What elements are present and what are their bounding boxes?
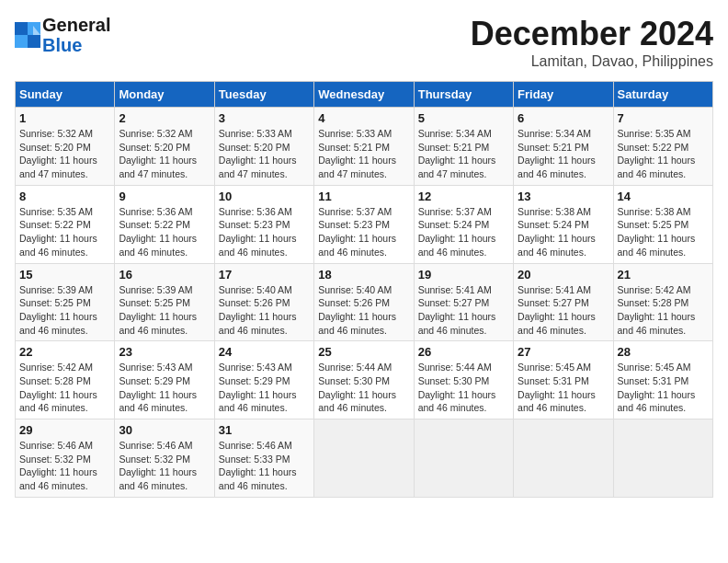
page-header: General Blue December 2024 Lamitan, Dava… xyxy=(15,15,713,70)
calendar-week-row: 8Sunrise: 5:35 AM Sunset: 5:22 PM Daylig… xyxy=(16,185,713,263)
day-number: 2 xyxy=(119,111,210,125)
day-number: 26 xyxy=(418,345,509,359)
day-number: 12 xyxy=(418,190,509,203)
day-number: 27 xyxy=(518,345,609,359)
day-info: Sunrise: 5:37 AM Sunset: 5:24 PM Dayligh… xyxy=(418,205,509,259)
title-block: December 2024 Lamitan, Davao, Philippine… xyxy=(471,15,713,70)
day-info: Sunrise: 5:42 AM Sunset: 5:28 PM Dayligh… xyxy=(19,361,110,415)
day-number: 1 xyxy=(19,111,110,125)
calendar-day-cell xyxy=(314,419,414,498)
calendar-day-cell: 23Sunrise: 5:43 AM Sunset: 5:29 PM Dayli… xyxy=(115,341,214,419)
day-info: Sunrise: 5:33 AM Sunset: 5:21 PM Dayligh… xyxy=(318,127,409,181)
calendar-week-row: 15Sunrise: 5:39 AM Sunset: 5:25 PM Dayli… xyxy=(16,263,713,341)
calendar-day-cell: 12Sunrise: 5:37 AM Sunset: 5:24 PM Dayli… xyxy=(414,185,513,263)
calendar-day-cell: 6Sunrise: 5:34 AM Sunset: 5:21 PM Daylig… xyxy=(514,108,613,186)
day-number: 13 xyxy=(518,190,609,203)
day-number: 9 xyxy=(119,190,210,203)
calendar-day-cell: 5Sunrise: 5:34 AM Sunset: 5:21 PM Daylig… xyxy=(414,108,513,186)
calendar-day-cell: 7Sunrise: 5:35 AM Sunset: 5:22 PM Daylig… xyxy=(613,108,712,186)
calendar-day-cell: 17Sunrise: 5:40 AM Sunset: 5:26 PM Dayli… xyxy=(214,263,313,341)
day-number: 14 xyxy=(618,190,709,203)
logo-icon xyxy=(15,22,40,48)
svg-rect-3 xyxy=(28,35,40,48)
calendar-day-cell xyxy=(414,419,513,498)
calendar-day-cell: 8Sunrise: 5:35 AM Sunset: 5:22 PM Daylig… xyxy=(16,185,115,263)
day-info: Sunrise: 5:46 AM Sunset: 5:32 PM Dayligh… xyxy=(19,439,110,493)
day-number: 30 xyxy=(119,423,210,437)
logo-text-general: General xyxy=(42,15,110,35)
weekday-header: Wednesday xyxy=(314,82,414,108)
day-info: Sunrise: 5:34 AM Sunset: 5:21 PM Dayligh… xyxy=(418,127,509,181)
day-number: 23 xyxy=(119,345,210,359)
svg-rect-0 xyxy=(15,22,28,35)
month-title: December 2024 xyxy=(471,15,713,53)
calendar-day-cell: 16Sunrise: 5:39 AM Sunset: 5:25 PM Dayli… xyxy=(115,263,214,341)
day-info: Sunrise: 5:33 AM Sunset: 5:20 PM Dayligh… xyxy=(219,127,310,181)
day-info: Sunrise: 5:43 AM Sunset: 5:29 PM Dayligh… xyxy=(119,361,210,415)
day-info: Sunrise: 5:36 AM Sunset: 5:23 PM Dayligh… xyxy=(219,205,310,259)
weekday-header: Saturday xyxy=(613,82,712,108)
day-number: 18 xyxy=(318,268,409,282)
day-number: 4 xyxy=(318,111,409,125)
calendar-day-cell: 18Sunrise: 5:40 AM Sunset: 5:26 PM Dayli… xyxy=(314,263,414,341)
day-number: 28 xyxy=(618,345,709,359)
day-number: 11 xyxy=(318,190,409,203)
day-info: Sunrise: 5:38 AM Sunset: 5:25 PM Dayligh… xyxy=(618,205,709,259)
day-number: 6 xyxy=(518,111,609,125)
day-info: Sunrise: 5:32 AM Sunset: 5:20 PM Dayligh… xyxy=(19,127,110,181)
day-info: Sunrise: 5:41 AM Sunset: 5:27 PM Dayligh… xyxy=(418,283,509,338)
day-info: Sunrise: 5:34 AM Sunset: 5:21 PM Dayligh… xyxy=(518,127,609,181)
calendar-day-cell: 31Sunrise: 5:46 AM Sunset: 5:33 PM Dayli… xyxy=(214,419,313,498)
calendar-day-cell: 20Sunrise: 5:41 AM Sunset: 5:27 PM Dayli… xyxy=(514,263,613,341)
calendar-day-cell xyxy=(613,419,712,498)
day-info: Sunrise: 5:35 AM Sunset: 5:22 PM Dayligh… xyxy=(618,127,709,181)
day-number: 19 xyxy=(418,268,509,282)
day-info: Sunrise: 5:46 AM Sunset: 5:32 PM Dayligh… xyxy=(119,439,210,493)
calendar-week-row: 22Sunrise: 5:42 AM Sunset: 5:28 PM Dayli… xyxy=(16,341,713,419)
calendar-day-cell: 14Sunrise: 5:38 AM Sunset: 5:25 PM Dayli… xyxy=(613,185,712,263)
day-info: Sunrise: 5:36 AM Sunset: 5:22 PM Dayligh… xyxy=(119,205,210,259)
calendar-week-row: 29Sunrise: 5:46 AM Sunset: 5:32 PM Dayli… xyxy=(16,419,713,498)
day-info: Sunrise: 5:45 AM Sunset: 5:31 PM Dayligh… xyxy=(618,361,709,415)
day-number: 15 xyxy=(19,268,110,282)
weekday-header: Friday xyxy=(514,82,613,108)
calendar-day-cell: 22Sunrise: 5:42 AM Sunset: 5:28 PM Dayli… xyxy=(16,341,115,419)
calendar-day-cell: 1Sunrise: 5:32 AM Sunset: 5:20 PM Daylig… xyxy=(16,108,115,186)
day-info: Sunrise: 5:39 AM Sunset: 5:25 PM Dayligh… xyxy=(19,283,110,338)
logo: General Blue xyxy=(15,15,110,55)
day-number: 7 xyxy=(618,111,709,125)
calendar-day-cell: 26Sunrise: 5:44 AM Sunset: 5:30 PM Dayli… xyxy=(414,341,513,419)
day-number: 21 xyxy=(618,268,709,282)
calendar-day-cell: 9Sunrise: 5:36 AM Sunset: 5:22 PM Daylig… xyxy=(115,185,214,263)
day-info: Sunrise: 5:45 AM Sunset: 5:31 PM Dayligh… xyxy=(518,361,609,415)
day-number: 17 xyxy=(219,268,310,282)
calendar-day-cell: 19Sunrise: 5:41 AM Sunset: 5:27 PM Dayli… xyxy=(414,263,513,341)
calendar-day-cell: 2Sunrise: 5:32 AM Sunset: 5:20 PM Daylig… xyxy=(115,108,214,186)
calendar-day-cell: 15Sunrise: 5:39 AM Sunset: 5:25 PM Dayli… xyxy=(16,263,115,341)
logo-text-blue: Blue xyxy=(42,35,82,55)
calendar-day-cell: 29Sunrise: 5:46 AM Sunset: 5:32 PM Dayli… xyxy=(16,419,115,498)
calendar-day-cell: 25Sunrise: 5:44 AM Sunset: 5:30 PM Dayli… xyxy=(314,341,414,419)
calendar-week-row: 1Sunrise: 5:32 AM Sunset: 5:20 PM Daylig… xyxy=(16,108,713,186)
calendar-day-cell xyxy=(514,419,613,498)
weekday-header: Monday xyxy=(115,82,214,108)
calendar-day-cell: 30Sunrise: 5:46 AM Sunset: 5:32 PM Dayli… xyxy=(115,419,214,498)
day-number: 29 xyxy=(19,423,110,437)
calendar-day-cell: 13Sunrise: 5:38 AM Sunset: 5:24 PM Dayli… xyxy=(514,185,613,263)
day-info: Sunrise: 5:41 AM Sunset: 5:27 PM Dayligh… xyxy=(518,283,609,338)
day-number: 25 xyxy=(318,345,409,359)
day-info: Sunrise: 5:37 AM Sunset: 5:23 PM Dayligh… xyxy=(318,205,409,259)
calendar-day-cell: 27Sunrise: 5:45 AM Sunset: 5:31 PM Dayli… xyxy=(514,341,613,419)
day-number: 10 xyxy=(219,190,310,203)
day-info: Sunrise: 5:44 AM Sunset: 5:30 PM Dayligh… xyxy=(318,361,409,415)
day-number: 31 xyxy=(219,423,310,437)
day-info: Sunrise: 5:46 AM Sunset: 5:33 PM Dayligh… xyxy=(219,439,310,493)
calendar-day-cell: 4Sunrise: 5:33 AM Sunset: 5:21 PM Daylig… xyxy=(314,108,414,186)
day-info: Sunrise: 5:42 AM Sunset: 5:28 PM Dayligh… xyxy=(618,283,709,338)
day-info: Sunrise: 5:38 AM Sunset: 5:24 PM Dayligh… xyxy=(518,205,609,259)
calendar-table: SundayMondayTuesdayWednesdayThursdayFrid… xyxy=(15,81,713,498)
day-number: 24 xyxy=(219,345,310,359)
location-subtitle: Lamitan, Davao, Philippines xyxy=(471,53,713,70)
day-number: 16 xyxy=(119,268,210,282)
svg-rect-2 xyxy=(15,35,28,48)
